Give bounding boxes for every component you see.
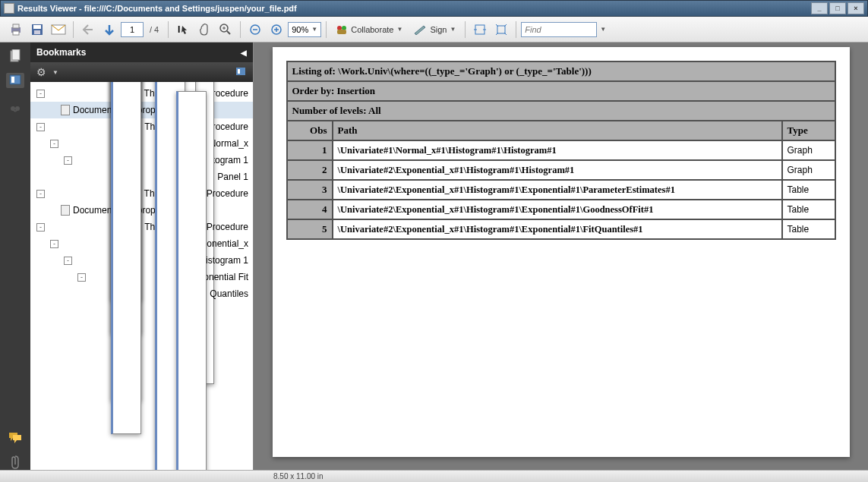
- prev-page-button[interactable]: [78, 20, 98, 39]
- table-row: 1\Univariate#1\Normal_x#1\Histogram#1\Hi…: [287, 140, 835, 160]
- bookmark-label: Panel 1: [217, 172, 248, 182]
- collaborate-button[interactable]: Collaborate▼: [331, 21, 407, 38]
- new-bookmark-button[interactable]: [235, 66, 247, 78]
- separator: [73, 21, 74, 38]
- hand-tool-button[interactable]: [194, 20, 214, 39]
- window-title: Results Viewer - file:///C:/Documents an…: [17, 4, 810, 13]
- svg-rect-2: [13, 31, 19, 35]
- collapse-icon[interactable]: -: [77, 273, 86, 282]
- collapse-icon[interactable]: -: [36, 90, 45, 98]
- bookmark-node[interactable]: -Exponential Fit: [30, 269, 253, 285]
- bookmarks-panel: Bookmarks ◀ ⚙ ▼ -The Document ProcedureD…: [30, 43, 254, 470]
- bookmarks-options-dropdown[interactable]: ▼: [52, 69, 58, 76]
- gear-icon[interactable]: ⚙: [36, 66, 46, 78]
- zoom-out-button[interactable]: [245, 20, 265, 39]
- bookmark-node[interactable]: -Histogram 1: [30, 252, 253, 269]
- bookmark-node[interactable]: -The Document Procedure: [30, 85, 253, 102]
- bookmark-node[interactable]: -The Univariate Procedure: [30, 118, 253, 135]
- type-cell: Graph: [782, 160, 835, 180]
- bookmark-node[interactable]: -Histogram 1: [30, 152, 253, 169]
- sign-button[interactable]: Sign▼: [409, 21, 460, 38]
- order-by-cell: Order by: Insertion: [287, 81, 835, 101]
- col-header-path: Path: [333, 121, 782, 140]
- page-icon: [176, 91, 207, 470]
- path-cell: \Univariate#2\Exponential_x#1\Histogram#…: [333, 219, 782, 239]
- separator: [326, 21, 327, 38]
- zoom-level-select[interactable]: 90%▼: [288, 22, 321, 37]
- print-button[interactable]: [6, 20, 26, 39]
- save-button[interactable]: [27, 20, 47, 39]
- document-viewer[interactable]: Listing of: \Work.Univ\(where=((_type_='…: [254, 43, 868, 470]
- bookmark-node[interactable]: Document path properties: [30, 202, 253, 219]
- svg-text:I: I: [178, 24, 180, 35]
- col-header-type: Type: [782, 121, 835, 140]
- fit-width-button[interactable]: [470, 20, 490, 39]
- collapse-icon[interactable]: -: [50, 140, 58, 148]
- obs-cell: 3: [287, 180, 333, 200]
- tree-spacer: [77, 173, 86, 181]
- col-header-obs: Obs: [287, 121, 333, 140]
- collapse-icon[interactable]: -: [36, 123, 45, 131]
- listing-table: Listing of: \Work.Univ\(where=((_type_='…: [286, 61, 836, 240]
- bookmark-node[interactable]: Document path properties: [30, 102, 253, 118]
- table-row: 2\Univariate#2\Exponential_x#1\Histogram…: [287, 160, 835, 180]
- page-number-input[interactable]: [121, 22, 144, 37]
- close-button[interactable]: ×: [847, 2, 864, 14]
- collapse-icon[interactable]: -: [36, 190, 45, 198]
- minimize-button[interactable]: _: [811, 2, 828, 14]
- separator: [516, 21, 516, 38]
- email-button[interactable]: [49, 20, 68, 39]
- obs-cell: 2: [287, 160, 333, 180]
- maximize-button[interactable]: □: [829, 2, 846, 14]
- bookmarks-title: Bookmarks: [36, 47, 86, 58]
- marquee-zoom-button[interactable]: [216, 20, 235, 39]
- type-cell: Table: [782, 200, 835, 219]
- collapse-icon[interactable]: -: [64, 257, 72, 265]
- select-tool-button[interactable]: I: [173, 20, 193, 39]
- find-input[interactable]: [521, 22, 597, 37]
- obs-cell: 4: [287, 200, 333, 219]
- zoom-value: 90%: [292, 25, 308, 34]
- path-cell: \Univariate#2\Exponential_x#1\Histogram#…: [333, 200, 782, 219]
- svg-rect-5: [34, 30, 40, 34]
- next-page-button[interactable]: [99, 20, 119, 39]
- pages-panel-icon[interactable]: [6, 49, 24, 64]
- svg-rect-31: [238, 69, 240, 74]
- bookmark-node[interactable]: -The Document Procedure: [30, 185, 253, 202]
- bookmark-node[interactable]: -Normal_x: [30, 135, 253, 152]
- bookmarks-header: Bookmarks ◀: [30, 43, 253, 62]
- page-dimensions: 8.50 x 11.00 in: [273, 472, 324, 480]
- collapse-panel-button[interactable]: ◀: [241, 49, 247, 57]
- bookmark-node[interactable]: -The Univariate Procedure: [30, 219, 253, 235]
- attachments-panel-icon[interactable]: [6, 455, 24, 470]
- type-cell: Graph: [782, 140, 835, 160]
- status-bar: 8.50 x 11.00 in: [0, 470, 868, 482]
- tree-spacer: [91, 290, 99, 298]
- svg-rect-25: [12, 49, 20, 60]
- zoom-in-button[interactable]: [267, 20, 286, 39]
- path-cell: \Univariate#2\Exponential_x#1\Histogram#…: [333, 180, 782, 200]
- signatures-panel-icon[interactable]: [6, 103, 24, 118]
- levels-cell: Number of levels: All: [287, 101, 835, 121]
- type-cell: Table: [782, 180, 835, 200]
- collapse-icon[interactable]: -: [36, 223, 45, 232]
- bookmark-node[interactable]: Panel 1: [30, 169, 253, 185]
- collapse-icon[interactable]: -: [64, 156, 72, 165]
- svg-rect-4: [33, 25, 41, 29]
- fit-page-button[interactable]: [491, 20, 511, 39]
- collapse-icon[interactable]: -: [50, 240, 58, 248]
- table-row: 5\Univariate#2\Exponential_x#1\Histogram…: [287, 219, 835, 239]
- bookmark-node[interactable]: Quantiles: [30, 285, 253, 302]
- bookmarks-tree[interactable]: -The Document ProcedureDocument path pro…: [30, 82, 253, 470]
- page-icon: [111, 82, 141, 434]
- bookmark-node[interactable]: -Exponential_x: [30, 235, 253, 252]
- comments-panel-icon[interactable]: [6, 430, 24, 446]
- obs-cell: 5: [287, 219, 333, 239]
- svg-line-9: [227, 31, 230, 34]
- obs-cell: 1: [287, 140, 333, 160]
- svg-rect-30: [236, 68, 245, 75]
- pdf-page: Listing of: \Work.Univ\(where=((_type_='…: [273, 47, 850, 457]
- bookmarks-panel-icon[interactable]: [6, 73, 24, 88]
- find-dropdown[interactable]: ▼: [600, 26, 606, 33]
- separator: [168, 21, 169, 38]
